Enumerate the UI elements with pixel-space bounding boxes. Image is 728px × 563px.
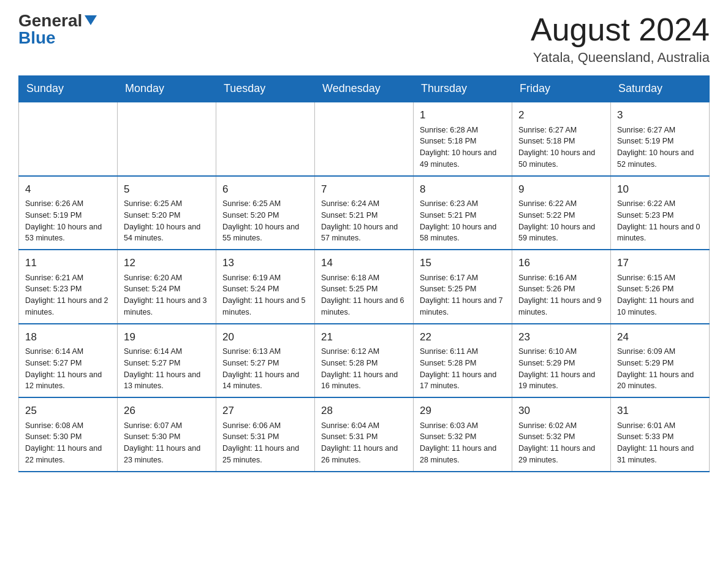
calendar-cell (315, 102, 414, 176)
day-number: 29 (420, 403, 506, 419)
day-info: Sunrise: 6:24 AMSunset: 5:21 PMDaylight:… (321, 198, 407, 244)
calendar-cell: 5Sunrise: 6:25 AMSunset: 5:20 PMDaylight… (118, 176, 216, 250)
calendar-week-5: 25Sunrise: 6:08 AMSunset: 5:30 PMDayligh… (19, 397, 710, 472)
calendar-table: SundayMondayTuesdayWednesdayThursdayFrid… (18, 75, 710, 472)
day-number: 27 (222, 403, 308, 419)
day-number: 3 (617, 107, 703, 123)
day-info: Sunrise: 6:02 AMSunset: 5:32 PMDaylight:… (518, 420, 604, 466)
day-number: 14 (321, 255, 407, 271)
calendar-header-thursday: Thursday (414, 76, 512, 102)
calendar-cell: 22Sunrise: 6:11 AMSunset: 5:28 PMDayligh… (414, 324, 512, 398)
calendar-header-sunday: Sunday (19, 76, 118, 102)
day-number: 8 (420, 182, 506, 197)
day-info: Sunrise: 6:25 AMSunset: 5:20 PMDaylight:… (124, 198, 210, 244)
calendar-cell: 1Sunrise: 6:28 AMSunset: 5:18 PMDaylight… (414, 102, 512, 176)
calendar-cell: 25Sunrise: 6:08 AMSunset: 5:30 PMDayligh… (19, 397, 118, 472)
day-info: Sunrise: 6:10 AMSunset: 5:29 PMDaylight:… (518, 346, 604, 392)
day-info: Sunrise: 6:19 AMSunset: 5:24 PMDaylight:… (222, 272, 308, 318)
logo-triangle-icon (85, 15, 97, 25)
calendar-cell: 7Sunrise: 6:24 AMSunset: 5:21 PMDaylight… (315, 176, 414, 250)
calendar-cell: 31Sunrise: 6:01 AMSunset: 5:33 PMDayligh… (611, 397, 710, 472)
day-info: Sunrise: 6:13 AMSunset: 5:27 PMDaylight:… (222, 346, 308, 392)
calendar-cell: 29Sunrise: 6:03 AMSunset: 5:32 PMDayligh… (414, 397, 512, 472)
calendar-cell: 26Sunrise: 6:07 AMSunset: 5:30 PMDayligh… (118, 397, 216, 472)
day-number: 6 (222, 182, 308, 197)
day-number: 26 (124, 403, 210, 419)
calendar-cell: 28Sunrise: 6:04 AMSunset: 5:31 PMDayligh… (315, 397, 414, 472)
calendar-header-friday: Friday (512, 76, 611, 102)
day-number: 25 (25, 403, 111, 419)
calendar-week-2: 4Sunrise: 6:26 AMSunset: 5:19 PMDaylight… (19, 176, 710, 250)
calendar-cell: 13Sunrise: 6:19 AMSunset: 5:24 PMDayligh… (216, 250, 315, 324)
day-info: Sunrise: 6:04 AMSunset: 5:31 PMDaylight:… (321, 420, 407, 466)
calendar-cell (216, 102, 315, 176)
day-number: 30 (518, 403, 604, 419)
calendar-cell: 18Sunrise: 6:14 AMSunset: 5:27 PMDayligh… (19, 324, 118, 398)
calendar-header-wednesday: Wednesday (315, 76, 414, 102)
day-info: Sunrise: 6:28 AMSunset: 5:18 PMDaylight:… (420, 124, 506, 170)
day-info: Sunrise: 6:08 AMSunset: 5:30 PMDaylight:… (25, 420, 111, 466)
calendar-header-saturday: Saturday (611, 76, 710, 102)
calendar-cell: 27Sunrise: 6:06 AMSunset: 5:31 PMDayligh… (216, 397, 315, 472)
calendar-cell: 10Sunrise: 6:22 AMSunset: 5:23 PMDayligh… (611, 176, 710, 250)
day-number: 20 (222, 329, 308, 345)
day-info: Sunrise: 6:15 AMSunset: 5:26 PMDaylight:… (617, 272, 703, 318)
day-number: 15 (420, 255, 506, 271)
day-info: Sunrise: 6:17 AMSunset: 5:25 PMDaylight:… (420, 272, 506, 318)
calendar-cell: 20Sunrise: 6:13 AMSunset: 5:27 PMDayligh… (216, 324, 315, 398)
day-info: Sunrise: 6:25 AMSunset: 5:20 PMDaylight:… (222, 198, 308, 244)
day-number: 5 (124, 182, 210, 197)
location-title: Yatala, Queensland, Australia (531, 50, 710, 66)
day-info: Sunrise: 6:11 AMSunset: 5:28 PMDaylight:… (420, 346, 506, 392)
day-number: 4 (25, 182, 111, 197)
calendar-cell: 23Sunrise: 6:10 AMSunset: 5:29 PMDayligh… (512, 324, 611, 398)
day-number: 11 (25, 255, 111, 271)
day-number: 21 (321, 329, 407, 345)
day-number: 24 (617, 329, 703, 345)
day-number: 17 (617, 255, 703, 271)
day-info: Sunrise: 6:21 AMSunset: 5:23 PMDaylight:… (25, 272, 111, 318)
calendar-cell: 30Sunrise: 6:02 AMSunset: 5:32 PMDayligh… (512, 397, 611, 472)
calendar-cell: 3Sunrise: 6:27 AMSunset: 5:19 PMDaylight… (611, 102, 710, 176)
day-number: 18 (25, 329, 111, 345)
day-number: 19 (124, 329, 210, 345)
day-info: Sunrise: 6:26 AMSunset: 5:19 PMDaylight:… (25, 198, 111, 244)
calendar-header-monday: Monday (118, 76, 216, 102)
calendar-cell (118, 102, 216, 176)
calendar-week-3: 11Sunrise: 6:21 AMSunset: 5:23 PMDayligh… (19, 250, 710, 324)
calendar-header-tuesday: Tuesday (216, 76, 315, 102)
calendar-cell (19, 102, 118, 176)
day-number: 31 (617, 403, 703, 419)
day-number: 9 (518, 182, 604, 197)
day-info: Sunrise: 6:01 AMSunset: 5:33 PMDaylight:… (617, 420, 703, 466)
calendar-cell: 16Sunrise: 6:16 AMSunset: 5:26 PMDayligh… (512, 250, 611, 324)
day-info: Sunrise: 6:20 AMSunset: 5:24 PMDaylight:… (124, 272, 210, 318)
day-number: 12 (124, 255, 210, 271)
calendar-cell: 9Sunrise: 6:22 AMSunset: 5:22 PMDaylight… (512, 176, 611, 250)
calendar-cell: 6Sunrise: 6:25 AMSunset: 5:20 PMDaylight… (216, 176, 315, 250)
day-number: 1 (420, 107, 506, 123)
calendar-cell: 17Sunrise: 6:15 AMSunset: 5:26 PMDayligh… (611, 250, 710, 324)
calendar-cell: 24Sunrise: 6:09 AMSunset: 5:29 PMDayligh… (611, 324, 710, 398)
calendar-cell: 21Sunrise: 6:12 AMSunset: 5:28 PMDayligh… (315, 324, 414, 398)
calendar-week-1: 1Sunrise: 6:28 AMSunset: 5:18 PMDaylight… (19, 102, 710, 176)
day-info: Sunrise: 6:23 AMSunset: 5:21 PMDaylight:… (420, 198, 506, 244)
calendar-cell: 4Sunrise: 6:26 AMSunset: 5:19 PMDaylight… (19, 176, 118, 250)
day-number: 7 (321, 182, 407, 197)
calendar-cell: 14Sunrise: 6:18 AMSunset: 5:25 PMDayligh… (315, 250, 414, 324)
logo: General Blue (18, 12, 97, 47)
day-info: Sunrise: 6:16 AMSunset: 5:26 PMDaylight:… (518, 272, 604, 318)
calendar-cell: 19Sunrise: 6:14 AMSunset: 5:27 PMDayligh… (118, 324, 216, 398)
day-info: Sunrise: 6:27 AMSunset: 5:19 PMDaylight:… (617, 124, 703, 170)
calendar-cell: 15Sunrise: 6:17 AMSunset: 5:25 PMDayligh… (414, 250, 512, 324)
day-info: Sunrise: 6:14 AMSunset: 5:27 PMDaylight:… (25, 346, 111, 392)
day-info: Sunrise: 6:12 AMSunset: 5:28 PMDaylight:… (321, 346, 407, 392)
day-info: Sunrise: 6:03 AMSunset: 5:32 PMDaylight:… (420, 420, 506, 466)
logo-blue-text: Blue (18, 29, 56, 47)
day-info: Sunrise: 6:22 AMSunset: 5:23 PMDaylight:… (617, 198, 703, 244)
title-block: August 2024 Yatala, Queensland, Australi… (531, 12, 710, 66)
day-info: Sunrise: 6:09 AMSunset: 5:29 PMDaylight:… (617, 346, 703, 392)
day-info: Sunrise: 6:27 AMSunset: 5:18 PMDaylight:… (518, 124, 604, 170)
day-number: 16 (518, 255, 604, 271)
day-info: Sunrise: 6:07 AMSunset: 5:30 PMDaylight:… (124, 420, 210, 466)
